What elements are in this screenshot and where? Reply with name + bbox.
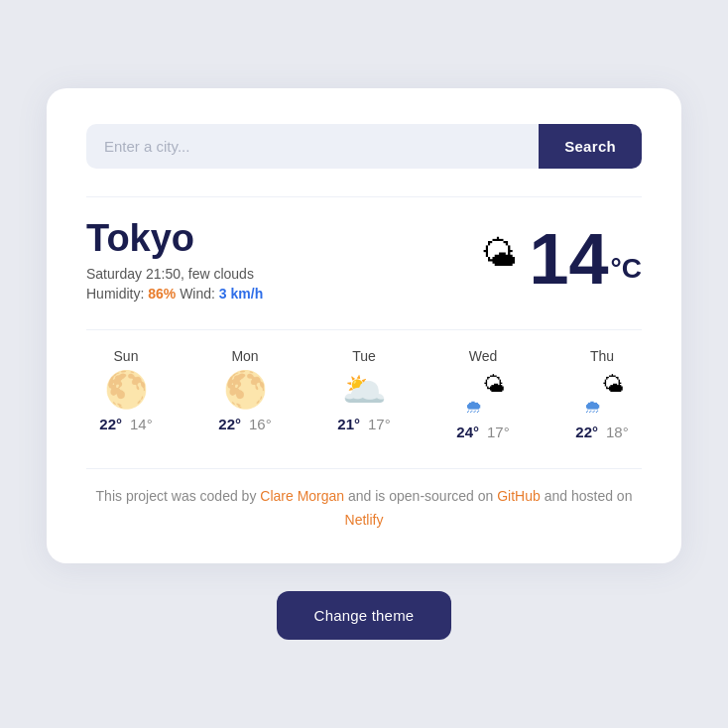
wed-temps: 24° 17° bbox=[456, 424, 509, 440]
temperature-unit: °C bbox=[611, 253, 642, 284]
humidity-label: Humidity: bbox=[86, 286, 148, 302]
wed-rain-drops: 🌧 bbox=[465, 397, 482, 418]
attribution-text-after: and hosted on bbox=[541, 488, 633, 504]
thu-temps: 22° 18° bbox=[575, 424, 628, 440]
netlify-link[interactable]: Netlify bbox=[345, 512, 384, 528]
day-label-thu: Thu bbox=[590, 348, 614, 364]
day-label-tue: Tue bbox=[352, 348, 376, 364]
temperature-block: 🌤 14°C bbox=[467, 223, 642, 295]
thu-low: 18° bbox=[606, 424, 629, 440]
wind-value: 3 km/h bbox=[219, 286, 263, 302]
forecast-day-wed: Wed 🌤 🌧 24° 17° bbox=[443, 348, 523, 440]
day-label-sun: Sun bbox=[114, 348, 139, 364]
thu-rain-drops: 🌧 bbox=[584, 397, 601, 418]
search-button[interactable]: Search bbox=[539, 124, 642, 169]
sun-high: 22° bbox=[99, 416, 122, 432]
mon-low: 16° bbox=[249, 416, 272, 432]
city-info: Tokyo Saturday 21:50, few clouds Humidit… bbox=[86, 217, 263, 302]
mon-high: 22° bbox=[218, 416, 241, 432]
footer-divider bbox=[86, 468, 642, 469]
wed-forecast-icon: 🌤 🌧 bbox=[461, 372, 505, 416]
weather-card: Search Tokyo Saturday 21:50, few clouds … bbox=[47, 88, 681, 564]
app-container: Search Tokyo Saturday 21:50, few clouds … bbox=[27, 68, 701, 661]
forecast-day-sun: Sun 🌕 22° 14° bbox=[86, 348, 166, 440]
search-row: Search bbox=[86, 124, 642, 169]
wind-label: Wind: bbox=[180, 286, 219, 302]
current-weather-icon: 🌤 bbox=[467, 233, 519, 285]
forecast-row: Sun 🌕 22° 14° Mon 🌕 22° 16° Tue 🌥️ bbox=[86, 348, 642, 440]
thu-forecast-icon: 🌤 🌧 bbox=[580, 372, 624, 416]
attribution-text-middle: and is open-sourced on bbox=[344, 488, 497, 504]
current-temp-display: 14°C bbox=[529, 223, 642, 295]
search-input[interactable] bbox=[86, 124, 539, 169]
current-weather-section: Tokyo Saturday 21:50, few clouds Humidit… bbox=[86, 217, 642, 302]
tue-temps: 21° 17° bbox=[337, 416, 390, 432]
sun-low: 14° bbox=[130, 416, 153, 432]
mon-forecast-icon: 🌕 bbox=[223, 372, 268, 408]
tue-low: 17° bbox=[368, 416, 391, 432]
forecast-day-tue: Tue 🌥️ 21° 17° bbox=[324, 348, 404, 440]
date-description: Saturday 21:50, few clouds bbox=[86, 266, 263, 282]
author-link[interactable]: Clare Morgan bbox=[260, 488, 344, 504]
mon-temps: 22° 16° bbox=[218, 416, 271, 432]
forecast-day-mon: Mon 🌕 22° 16° bbox=[205, 348, 285, 440]
thu-high: 22° bbox=[575, 424, 598, 440]
top-divider bbox=[86, 196, 642, 197]
attribution: This project was coded by Clare Morgan a… bbox=[86, 485, 642, 533]
day-label-mon: Mon bbox=[231, 348, 258, 364]
humidity-wind: Humidity: 86% Wind: 3 km/h bbox=[86, 286, 263, 302]
current-temperature: 14 bbox=[529, 219, 608, 299]
wed-sun-icon: 🌤 bbox=[483, 372, 505, 398]
change-theme-button[interactable]: Change theme bbox=[277, 591, 452, 640]
forecast-divider bbox=[86, 329, 642, 330]
wed-high: 24° bbox=[456, 424, 479, 440]
city-name: Tokyo bbox=[86, 217, 263, 260]
sun-temps: 22° 14° bbox=[99, 416, 152, 432]
day-label-wed: Wed bbox=[469, 348, 498, 364]
forecast-day-thu: Thu 🌤 🌧 22° 18° bbox=[562, 348, 642, 440]
humidity-value: 86% bbox=[148, 286, 176, 302]
github-link[interactable]: GitHub bbox=[497, 488, 541, 504]
tue-high: 21° bbox=[337, 416, 360, 432]
sun-forecast-icon: 🌕 bbox=[104, 372, 149, 408]
thu-sun-icon: 🌤 bbox=[602, 372, 624, 398]
tue-forecast-icon: 🌥️ bbox=[342, 372, 387, 408]
wed-low: 17° bbox=[487, 424, 510, 440]
sun-icon: 🌤 bbox=[481, 233, 517, 275]
attribution-text-before: This project was coded by bbox=[96, 488, 261, 504]
